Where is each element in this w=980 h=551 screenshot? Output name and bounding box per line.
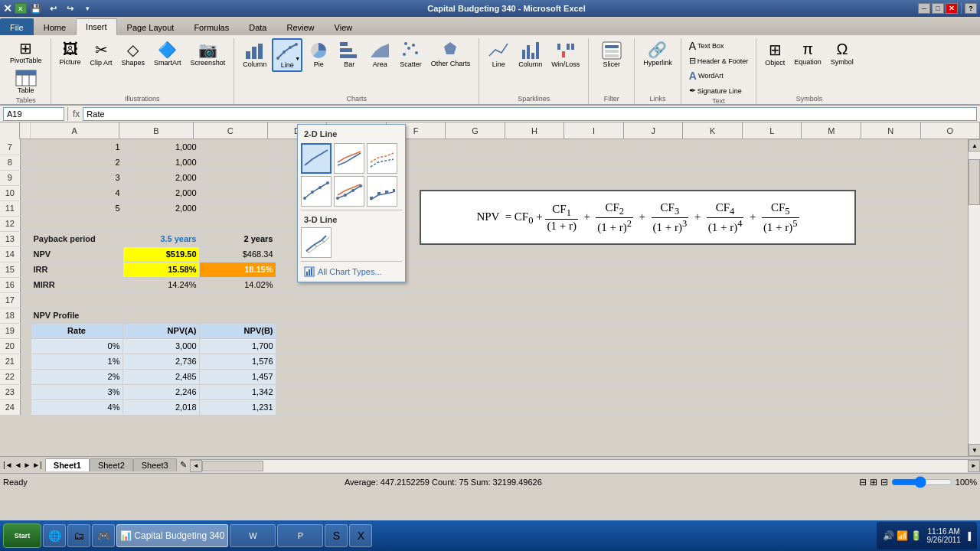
col-header-n[interactable]: N (861, 122, 921, 139)
window-controls[interactable]: ─ □ ✕ ? (918, 3, 977, 14)
help-btn[interactable]: ? (965, 3, 977, 14)
col-header-k[interactable]: K (683, 122, 743, 139)
tab-view[interactable]: View (325, 18, 363, 35)
taskbar-ppt[interactable]: P (277, 524, 323, 547)
quick-undo[interactable]: ↩ (46, 1, 60, 16)
sparkline-line-btn[interactable]: Line (484, 38, 513, 70)
cell-selector-15[interactable] (20, 262, 31, 277)
page-break-btn[interactable]: ⊟ (880, 477, 888, 487)
cell-a23[interactable]: 3% (31, 384, 122, 399)
cell-c19[interactable]: NPV(B) (199, 323, 276, 338)
col-header-selector[interactable] (20, 122, 31, 139)
cell-rest-17[interactable] (20, 292, 949, 308)
taskbar-word[interactable]: W (230, 524, 276, 547)
cell-selector-22[interactable] (20, 369, 31, 384)
cell-c14[interactable]: $468.34 (199, 246, 276, 262)
sparkline-winloss-btn[interactable]: Win/Loss (547, 38, 583, 70)
show-desktop-btn[interactable]: ▐ (965, 532, 971, 540)
cell-a13[interactable]: Payback period (31, 231, 122, 246)
quick-dropdown[interactable]: ▼ (80, 1, 95, 16)
cell-b21[interactable]: 2,736 (122, 354, 199, 369)
cell-a14[interactable]: NPV (31, 246, 122, 262)
cell-c9[interactable] (199, 170, 276, 185)
table-btn[interactable]: Table (11, 67, 41, 96)
sheet-tab-2[interactable]: Sheet2 (90, 458, 133, 471)
cell-selector-23[interactable] (20, 384, 31, 399)
quick-save[interactable]: 💾 (29, 1, 44, 16)
cell-a9[interactable]: 3 (31, 170, 122, 185)
scroll-right-btn[interactable]: ► (968, 460, 980, 472)
cell-selector-11[interactable] (20, 201, 31, 216)
cell-rest-23[interactable] (276, 384, 949, 399)
hyperlink-btn[interactable]: 🔗 Hyperlink (639, 38, 676, 69)
taskbar-ie[interactable]: 🌐 (43, 524, 66, 547)
hscroll-thumb[interactable] (202, 461, 263, 471)
cell-b14[interactable]: $519.50 (122, 246, 199, 262)
horizontal-scrollbar[interactable]: ◄ ► (190, 459, 980, 471)
cell-selector-24[interactable] (20, 399, 31, 415)
scroll-track[interactable] (969, 152, 980, 444)
cell-rest-24[interactable] (276, 399, 949, 415)
scroll-left-btn[interactable]: ◄ (190, 460, 202, 472)
scroll-thumb[interactable] (969, 159, 980, 205)
cell-c21[interactable]: 1,576 (199, 354, 276, 369)
taskbar-excel[interactable]: 📊 Capital Budgeting 340 (116, 524, 228, 547)
cell-rest-19[interactable] (276, 323, 949, 338)
sparkline-column-btn[interactable]: Column (514, 38, 546, 70)
cell-selector-19[interactable] (20, 323, 31, 338)
cell-a7[interactable]: 1 (31, 139, 122, 155)
sheet-tab-1[interactable]: Sheet1 (45, 458, 90, 471)
cell-c15[interactable]: 18.15% (199, 262, 276, 277)
tab-insert[interactable]: Insert (76, 18, 117, 35)
start-button[interactable]: Start (3, 523, 41, 548)
cell-c23[interactable]: 1,342 (199, 384, 276, 399)
cell-k7[interactable] (704, 139, 766, 155)
minimize-btn[interactable]: ─ (918, 3, 930, 14)
cell-c16[interactable]: 14.02% (199, 277, 276, 292)
wordart-btn[interactable]: A WordArt (686, 68, 752, 83)
cell-n7[interactable] (888, 139, 949, 155)
cell-selector-20[interactable] (20, 338, 31, 354)
cell-b15[interactable]: 15.58% (122, 262, 199, 277)
cell-h7[interactable] (521, 139, 582, 155)
other-charts-btn[interactable]: Other Charts (427, 38, 475, 70)
pie-chart-btn[interactable]: Pie (304, 38, 333, 70)
clipart-btn[interactable]: ✂ Clip Art (87, 38, 116, 69)
cell-c20[interactable]: 1,700 (199, 338, 276, 354)
cell-j7[interactable] (643, 139, 704, 155)
scroll-up-btn[interactable]: ▲ (969, 139, 980, 152)
cell-c7[interactable] (199, 139, 276, 155)
chart-type-line-markers[interactable] (301, 176, 332, 207)
pivottable-btn[interactable]: ⊞ PivotTable (6, 38, 46, 67)
cell-b10[interactable]: 2,000 (122, 185, 199, 201)
col-header-l[interactable]: L (743, 122, 802, 139)
equation-btn[interactable]: π Equation (790, 38, 825, 68)
cell-b7[interactable]: 1,000 (122, 139, 199, 155)
textbox-btn[interactable]: A Text Box (686, 38, 752, 54)
cell-c13[interactable]: 2 years (199, 231, 276, 246)
cell-c11[interactable] (199, 201, 276, 216)
cell-c22[interactable]: 1,457 (199, 369, 276, 384)
col-header-h[interactable]: H (505, 122, 565, 139)
cell-l7[interactable] (766, 139, 827, 155)
tab-home[interactable]: Home (34, 18, 76, 35)
cell-b20[interactable]: 3,000 (122, 338, 199, 354)
normal-view-btn[interactable]: ⊟ (859, 477, 867, 487)
zoom-slider[interactable] (891, 476, 952, 488)
cell-a8[interactable]: 2 (31, 155, 122, 170)
col-header-a[interactable]: A (31, 122, 119, 139)
col-header-o[interactable]: O (921, 122, 980, 139)
tab-data[interactable]: Data (239, 18, 276, 35)
cell-rest-22[interactable] (276, 369, 949, 384)
cell-selector-8[interactable] (20, 155, 31, 170)
cell-b19[interactable]: NPV(A) (122, 323, 199, 338)
picture-btn[interactable]: 🖼 Picture (56, 38, 85, 68)
column-chart-btn[interactable]: Column (239, 38, 270, 70)
cell-o7[interactable] (949, 139, 968, 155)
cell-a20[interactable]: 0% (31, 338, 122, 354)
tab-page-layout[interactable]: Page Layout (117, 18, 185, 35)
cell-selector-7[interactable] (20, 139, 31, 155)
taskbar-excel2[interactable]: X (349, 524, 372, 547)
chart-type-stacked-line[interactable] (334, 143, 364, 174)
col-header-m[interactable]: M (802, 122, 861, 139)
